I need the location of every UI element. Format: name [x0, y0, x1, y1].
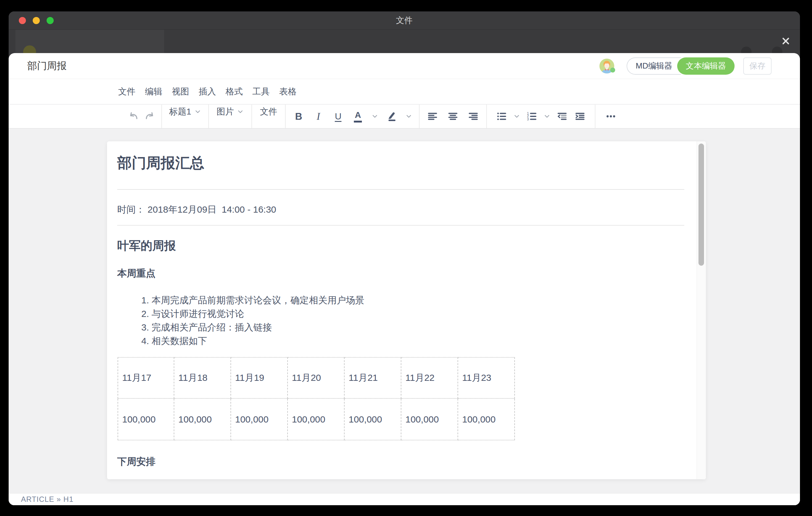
align-group — [419, 105, 486, 128]
font-color-button[interactable]: A — [351, 109, 365, 123]
app-window: 文件 部门周报 — [9, 11, 800, 505]
list-item: 本周完成产品前期需求讨论会议，确定相关用户场景 — [141, 293, 684, 307]
highlight-button[interactable] — [385, 109, 399, 123]
image-dropdown[interactable]: 图片 — [209, 105, 252, 119]
table-cell[interactable]: 100,000 — [174, 399, 231, 440]
traffic-lights — [19, 11, 54, 29]
table-cell[interactable]: 11月18 — [174, 357, 231, 399]
align-right-button[interactable] — [466, 109, 480, 123]
more-options-button[interactable] — [604, 109, 618, 123]
more-group — [596, 105, 626, 128]
heading-dropdown[interactable]: 标题1 — [162, 105, 208, 119]
numbered-list-button[interactable]: 123 — [525, 109, 539, 123]
bullet-list-button[interactable] — [495, 109, 509, 123]
doc-data-table[interactable]: 11月17 11月18 11月19 11月20 11月21 11月22 11月2… — [118, 357, 515, 440]
status-bar: ARTICLE » H1 — [9, 493, 800, 505]
align-left-button[interactable] — [426, 109, 439, 123]
ellipsis-icon — [605, 111, 617, 122]
chevron-down-icon — [544, 113, 550, 120]
md-editor-button[interactable]: MD编辑器 — [627, 57, 681, 75]
user-avatar[interactable] — [600, 59, 614, 74]
save-button[interactable]: 保存 — [743, 57, 772, 75]
list-item: 相关数据如下 — [141, 334, 684, 348]
horizontal-rule — [117, 225, 684, 226]
chevron-down-icon — [194, 108, 201, 115]
numbered-list-dropdown[interactable] — [543, 109, 551, 123]
menu-table[interactable]: 表格 — [279, 86, 296, 97]
chevron-down-icon — [405, 113, 412, 120]
align-center-button[interactable] — [446, 109, 460, 123]
redo-icon — [144, 111, 155, 122]
close-icon[interactable] — [779, 34, 792, 48]
table-cell[interactable]: 11月23 — [458, 357, 515, 399]
minimize-window-button[interactable] — [33, 17, 40, 24]
font-color-dropdown[interactable] — [371, 109, 379, 123]
scrollbar-thumb[interactable] — [698, 144, 704, 266]
screen: 文件 部门周报 — [0, 0, 812, 516]
bullet-list-dropdown[interactable] — [513, 109, 521, 123]
outdent-button[interactable] — [555, 109, 569, 123]
doc-subsection-heading: 本周重点 — [117, 267, 684, 280]
history-group — [118, 105, 161, 128]
menu-tools[interactable]: 工具 — [252, 86, 270, 97]
list-item: 完成相关产品介绍：插入链接 — [141, 321, 684, 334]
svg-text:3: 3 — [527, 117, 529, 121]
document-body: 部门周报汇总 时间： 2018年12月09日 14:00 - 16:30 叶军的… — [107, 141, 697, 479]
inline-format-group: B I U A — [286, 105, 419, 128]
titlebar: 文件 — [9, 11, 800, 30]
table-cell[interactable]: 100,000 — [288, 399, 345, 440]
italic-button[interactable]: I — [312, 109, 325, 123]
highlight-dropdown[interactable] — [405, 109, 413, 123]
list-item: 与设计师进行视觉讨论 — [141, 307, 684, 321]
document-card[interactable]: 部门周报汇总 时间： 2018年12月09日 14:00 - 16:30 叶军的… — [107, 141, 706, 479]
scrollbar-track[interactable] — [697, 141, 706, 479]
editor-modal: 部门周报 — [9, 53, 800, 505]
table-cell[interactable]: 100,000 — [231, 399, 288, 440]
table-cell[interactable]: 100,000 — [118, 399, 174, 440]
doc-section-heading: 叶军的周报 — [117, 238, 684, 253]
font-color-icon: A — [354, 110, 362, 122]
text-editor-button[interactable]: 文本编辑器 — [677, 57, 734, 75]
zoom-window-button[interactable] — [47, 17, 54, 24]
bullet-list-icon — [496, 111, 508, 122]
table-cell[interactable]: 100,000 — [401, 399, 458, 440]
underline-button[interactable]: U — [331, 109, 345, 123]
menu-file[interactable]: 文件 — [118, 86, 136, 97]
doc-next-week-heading: 下周安排 — [117, 455, 684, 468]
chevron-down-icon — [513, 113, 520, 120]
chevron-down-icon — [237, 108, 244, 115]
menu-view[interactable]: 视图 — [172, 86, 189, 97]
align-right-icon — [467, 111, 479, 122]
close-window-button[interactable] — [19, 17, 26, 24]
indent-button[interactable] — [573, 109, 587, 123]
doc-heading-1: 部门周报汇总 — [117, 154, 684, 172]
breadcrumb: ARTICLE » H1 — [21, 495, 74, 504]
outdent-icon — [556, 111, 568, 122]
document-title: 部门周报 — [27, 59, 67, 73]
undo-button[interactable] — [127, 109, 140, 123]
table-row: 11月17 11月18 11月19 11月20 11月21 11月22 11月2… — [118, 357, 515, 399]
table-cell[interactable]: 11月21 — [345, 357, 401, 399]
menu-format[interactable]: 格式 — [226, 86, 243, 97]
redo-button[interactable] — [143, 109, 156, 123]
menu-insert[interactable]: 插入 — [199, 86, 216, 97]
table-cell[interactable]: 11月22 — [401, 357, 458, 399]
align-left-icon — [427, 111, 438, 122]
table-cell[interactable]: 100,000 — [458, 399, 515, 440]
editor-mode-toggle: MD编辑器 文本编辑器 — [627, 57, 734, 75]
window-title: 文件 — [396, 15, 413, 26]
editor-content-area: 部门周报汇总 时间： 2018年12月09日 14:00 - 16:30 叶军的… — [9, 129, 800, 493]
background-panel — [16, 30, 164, 53]
numbered-list-icon: 123 — [526, 111, 538, 122]
highlighter-icon — [386, 111, 398, 122]
bold-button[interactable]: B — [292, 109, 306, 123]
table-cell[interactable]: 11月19 — [231, 357, 288, 399]
table-cell[interactable]: 11月17 — [118, 357, 174, 399]
file-attach-button[interactable]: 文件 — [252, 105, 285, 119]
table-cell[interactable]: 100,000 — [345, 399, 401, 440]
header-controls: MD编辑器 文本编辑器 保存 — [600, 57, 772, 75]
table-cell[interactable]: 11月20 — [288, 357, 345, 399]
menu-edit[interactable]: 编辑 — [145, 86, 162, 97]
table-row: 100,000 100,000 100,000 100,000 100,000 … — [118, 399, 515, 440]
doc-time-line: 时间： 2018年12月09日 14:00 - 16:30 — [117, 203, 684, 216]
